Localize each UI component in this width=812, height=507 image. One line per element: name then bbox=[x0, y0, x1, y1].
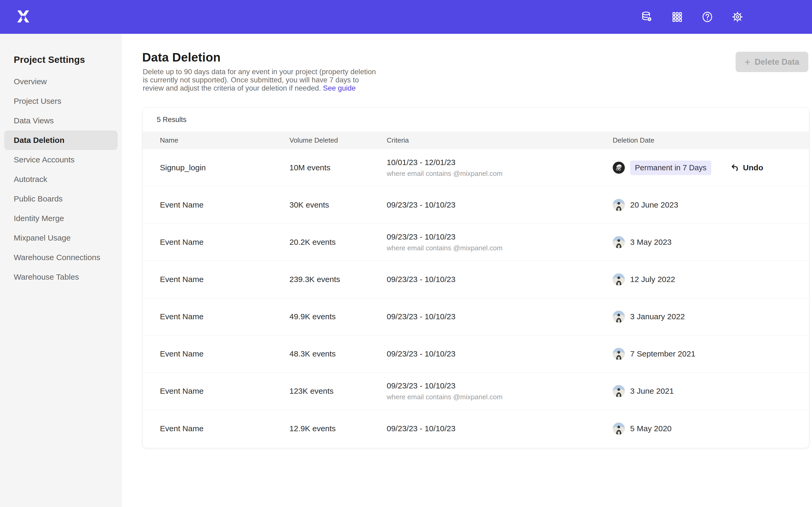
cell-name: Event Name bbox=[160, 238, 290, 247]
sidebar-item-overview[interactable]: Overview bbox=[4, 72, 118, 91]
cell-name: Signup_login bbox=[160, 163, 290, 172]
cell-criteria: 09/23/23 - 10/10/23 where email contains… bbox=[387, 232, 613, 252]
deletion-table-card: 5 Results Name Volume Deleted Criteria D… bbox=[142, 108, 809, 448]
sidebar-item-identity-merge[interactable]: Identity Merge bbox=[4, 209, 118, 228]
cell-deletion-date: 20 June 2023 bbox=[613, 199, 809, 211]
deletion-date: 3 June 2021 bbox=[630, 387, 674, 396]
criteria-range: 09/23/23 - 10/10/23 bbox=[387, 424, 613, 433]
cell-name: Event Name bbox=[160, 424, 290, 433]
cell-criteria: 09/23/23 - 10/10/23 bbox=[387, 201, 613, 209]
cell-criteria: 09/23/23 - 10/10/23 bbox=[387, 349, 613, 358]
cell-name: Event Name bbox=[160, 349, 290, 358]
sidebar-item-warehouse-connections[interactable]: Warehouse Connections bbox=[4, 248, 118, 267]
table-header-row: Name Volume Deleted Criteria Deletion Da… bbox=[143, 131, 809, 149]
see-guide-link[interactable]: See guide bbox=[323, 84, 356, 92]
data-management-icon[interactable] bbox=[641, 11, 653, 23]
page-description: Delete up to 90 days data for any event … bbox=[143, 68, 378, 92]
mixpanel-x-mark: X bbox=[17, 9, 30, 25]
table-row: Event Name 20.2K events 09/23/23 - 10/10… bbox=[143, 224, 809, 261]
avatar bbox=[613, 311, 625, 323]
criteria-range: 09/23/23 - 10/10/23 bbox=[387, 201, 613, 209]
page-title: Data Deletion bbox=[142, 50, 221, 64]
cell-deletion-date: 3 June 2021 bbox=[613, 385, 809, 397]
sidebar: Project Settings Overview Project Users … bbox=[0, 34, 122, 507]
cell-name: Event Name bbox=[160, 275, 290, 284]
mixpanel-logo[interactable]: X bbox=[15, 8, 32, 25]
cell-criteria: 09/23/23 - 10/10/23 bbox=[387, 312, 613, 321]
sidebar-item-data-views[interactable]: Data Views bbox=[4, 111, 118, 130]
delete-data-button-label: Delete Data bbox=[755, 57, 799, 67]
table-row: Event Name 12.9K events 09/23/23 - 10/10… bbox=[143, 410, 809, 447]
cell-criteria: 09/23/23 - 10/10/23 bbox=[387, 424, 613, 433]
cell-volume: 49.9K events bbox=[290, 312, 387, 321]
criteria-range: 09/23/23 - 10/10/23 bbox=[387, 232, 613, 241]
criteria-filter: where email contains @mixpanel.com bbox=[387, 170, 613, 178]
help-icon[interactable] bbox=[701, 11, 714, 23]
cell-volume: 48.3K events bbox=[290, 349, 387, 358]
cell-volume: 20.2K events bbox=[290, 238, 387, 247]
deletion-date: 3 January 2022 bbox=[630, 312, 685, 321]
column-header-volume-deleted: Volume Deleted bbox=[290, 136, 387, 145]
criteria-range: 09/23/23 - 10/10/23 bbox=[387, 381, 613, 390]
cell-deletion-date: 7 September 2021 bbox=[613, 348, 809, 360]
column-header-name: Name bbox=[160, 136, 290, 145]
main-content: Data Deletion Delete up to 90 days data … bbox=[122, 34, 812, 507]
sidebar-item-public-boards[interactable]: Public Boards bbox=[4, 189, 118, 209]
results-count: 5 Results bbox=[143, 108, 809, 131]
cell-volume: 30K events bbox=[290, 201, 387, 209]
sidebar-item-data-deletion[interactable]: Data Deletion bbox=[4, 130, 118, 150]
cell-criteria: 09/23/23 - 10/10/23 where email contains… bbox=[387, 381, 613, 401]
avatar bbox=[613, 199, 625, 211]
cell-volume: 123K events bbox=[290, 387, 387, 396]
criteria-filter: where email contains @mixpanel.com bbox=[387, 244, 613, 252]
deletion-date: 5 May 2020 bbox=[630, 424, 672, 433]
cell-criteria: 10/01/23 - 12/01/23 where email contains… bbox=[387, 158, 613, 178]
cell-deletion-date: Permanent in 7 Days Undo bbox=[613, 161, 809, 175]
avatar bbox=[613, 348, 625, 360]
table-row: Event Name 123K events 09/23/23 - 10/10/… bbox=[143, 373, 809, 410]
avatar bbox=[613, 385, 625, 397]
criteria-range: 09/23/23 - 10/10/23 bbox=[387, 349, 613, 358]
table-row: Signup_login 10M events 10/01/23 - 12/01… bbox=[143, 149, 809, 186]
delete-data-button[interactable]: + Delete Data bbox=[735, 52, 808, 72]
avatar bbox=[613, 273, 625, 285]
plus-icon: + bbox=[745, 57, 750, 67]
deletion-date: 12 July 2022 bbox=[630, 275, 675, 284]
cell-deletion-date: 3 January 2022 bbox=[613, 311, 809, 323]
topbar-icons bbox=[641, 0, 744, 34]
cell-name: Event Name bbox=[160, 201, 290, 209]
table-row: Event Name 30K events 09/23/23 - 10/10/2… bbox=[143, 186, 809, 224]
sidebar-item-mixpanel-usage[interactable]: Mixpanel Usage bbox=[4, 228, 118, 248]
criteria-range: 09/23/23 - 10/10/23 bbox=[387, 312, 613, 321]
topbar: X bbox=[0, 0, 812, 34]
status-badge: Permanent in 7 Days bbox=[630, 161, 711, 175]
cell-volume: 239.3K events bbox=[290, 275, 387, 284]
deletion-date: 7 September 2021 bbox=[630, 349, 696, 358]
cell-criteria: 09/23/23 - 10/10/23 bbox=[387, 275, 613, 284]
deletion-date: 20 June 2023 bbox=[630, 201, 678, 209]
apps-grid-icon[interactable] bbox=[671, 11, 683, 23]
cell-name: Event Name bbox=[160, 312, 290, 321]
sidebar-item-warehouse-tables[interactable]: Warehouse Tables bbox=[4, 267, 118, 287]
sidebar-item-service-accounts[interactable]: Service Accounts bbox=[4, 150, 118, 170]
table-row: Event Name 49.9K events 09/23/23 - 10/10… bbox=[143, 298, 809, 335]
column-header-deletion-date: Deletion Date bbox=[613, 136, 809, 145]
undo-label: Undo bbox=[743, 163, 763, 172]
cell-deletion-date: 12 July 2022 bbox=[613, 273, 809, 285]
cell-deletion-date: 5 May 2020 bbox=[613, 422, 809, 435]
cell-volume: 10M events bbox=[290, 163, 387, 172]
criteria-range: 09/23/23 - 10/10/23 bbox=[387, 275, 613, 284]
undo-icon bbox=[730, 163, 739, 172]
cell-name: Event Name bbox=[160, 387, 290, 396]
avatar bbox=[613, 162, 625, 174]
table-row: Event Name 239.3K events 09/23/23 - 10/1… bbox=[143, 261, 809, 298]
cell-deletion-date: 3 May 2023 bbox=[613, 236, 809, 248]
table-row: Event Name 48.3K events 09/23/23 - 10/10… bbox=[143, 335, 809, 373]
undo-button[interactable]: Undo bbox=[730, 163, 763, 172]
cell-volume: 12.9K events bbox=[290, 424, 387, 433]
settings-gear-icon[interactable] bbox=[731, 11, 744, 23]
sidebar-item-autotrack[interactable]: Autotrack bbox=[4, 170, 118, 189]
criteria-filter: where email contains @mixpanel.com bbox=[387, 393, 613, 401]
sidebar-item-project-users[interactable]: Project Users bbox=[4, 91, 118, 111]
avatar bbox=[613, 422, 625, 435]
